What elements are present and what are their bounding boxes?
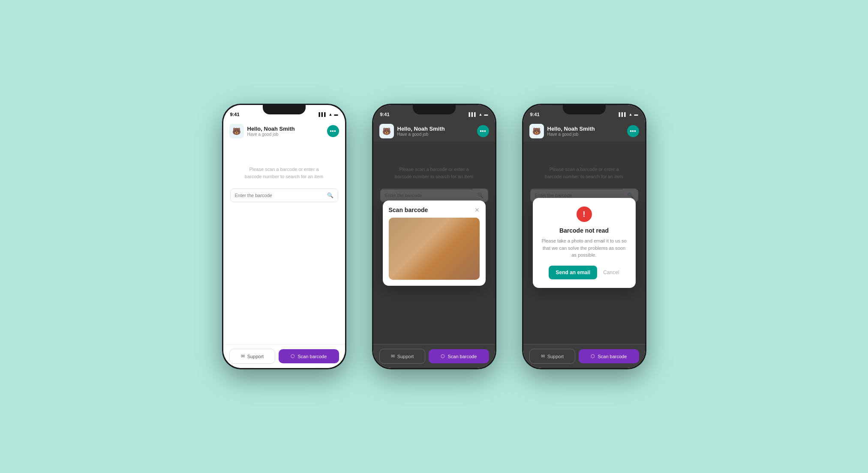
bottom-bar-1: ✉ Support ⬡ Scan barcode [223, 344, 345, 368]
signal-icon-3: ▌▌▌ [619, 112, 627, 117]
app-header-3: 🐻 Hello, Noah Smith Have a good job ••• [523, 120, 645, 142]
alert-modal: ! Barcode not read Please take a photo a… [533, 198, 636, 288]
header-name-2: Hello, Noah Smith [397, 126, 474, 132]
scan-label-2: Scan barcode [448, 354, 477, 359]
avatar-2: 🐻 [379, 124, 394, 138]
camera-view [389, 218, 480, 280]
barcode-input-1[interactable] [231, 189, 323, 201]
support-label-2: Support [397, 354, 414, 359]
phone-1: 9:41 ▌▌▌ ▲ ▬ 🐻 Hello, Noah Smith Have a … [222, 104, 346, 369]
header-sub-3: Have a good job [547, 132, 624, 137]
search-button-1[interactable]: 🔍 [323, 189, 338, 202]
modal-header: Scan barcode ✕ [389, 207, 480, 213]
app-header-2: 🐻 Hello, Noah Smith Have a good job ••• [373, 120, 495, 142]
signal-icon: ▌▌▌ [318, 112, 327, 117]
status-icons-3: ▌▌▌ ▲ ▬ [619, 112, 638, 117]
search-row-1: 🔍 [230, 189, 338, 202]
header-sub-2: Have a good job [397, 132, 474, 137]
app-content-1: Please scan a barcode or enter a barcode… [223, 142, 345, 344]
avatar-3: 🐻 [529, 124, 544, 138]
battery-icon-2: ▬ [484, 112, 488, 117]
cancel-button[interactable]: Cancel [603, 269, 619, 275]
mail-icon-3: ✉ [541, 353, 545, 359]
support-button-1[interactable]: ✉ Support [229, 349, 276, 364]
alert-modal-overlay: ! Barcode not read Please take a photo a… [523, 142, 645, 344]
alert-body: Please take a photo and email it to us s… [541, 237, 628, 259]
alert-icon: ! [577, 207, 592, 222]
status-icons-2: ▌▌▌ ▲ ▬ [469, 112, 488, 117]
send-email-button[interactable]: Send an email [549, 266, 597, 279]
battery-icon: ▬ [334, 112, 338, 117]
alert-actions: Send an email Cancel [541, 266, 628, 279]
status-icons: ▌▌▌ ▲ ▬ [318, 112, 338, 117]
app-content-3: Please scan a barcode or enter a barcode… [523, 142, 645, 344]
support-button-3[interactable]: ✉ Support [529, 349, 576, 364]
alert-title: Barcode not read [541, 227, 628, 234]
header-text-3: Hello, Noah Smith Have a good job [547, 126, 624, 137]
phone-3: 9:41 ▌▌▌ ▲ ▬ 🐻 Hello, Noah Smith Have a … [522, 104, 646, 369]
header-name-1: Hello, Noah Smith [247, 126, 324, 132]
camera-background [389, 218, 480, 280]
mail-icon-1: ✉ [241, 353, 245, 359]
scan-button-2[interactable]: ⬡ Scan barcode [429, 349, 489, 363]
scan-prompt-1: Please scan a barcode or enter a barcode… [241, 166, 327, 180]
header-text-2: Hello, Noah Smith Have a good job [397, 126, 474, 137]
header-sub-1: Have a good job [247, 132, 324, 137]
wifi-icon: ▲ [329, 112, 333, 117]
avatar-1: 🐻 [229, 124, 244, 138]
scan-label-3: Scan barcode [598, 354, 627, 359]
phone-2: 9:41 ▌▌▌ ▲ ▬ 🐻 Hello, Noah Smith Have a … [372, 104, 496, 369]
wifi-icon-2: ▲ [479, 112, 483, 117]
app-content-2: Please scan a barcode or enter a barcode… [373, 142, 495, 344]
scan-icon-2: ⬡ [441, 353, 445, 359]
app-header-1: 🐻 Hello, Noah Smith Have a good job ••• [223, 120, 345, 142]
exclamation-icon: ! [583, 210, 586, 219]
wifi-icon-3: ▲ [629, 112, 633, 117]
scan-label-1: Scan barcode [297, 354, 327, 359]
mail-icon-2: ✉ [391, 353, 395, 359]
support-label-1: Support [247, 354, 264, 359]
support-label-3: Support [547, 354, 564, 359]
notch-3 [563, 105, 606, 114]
status-time: 9:41 [230, 112, 240, 117]
notch [263, 105, 306, 114]
modal-title: Scan barcode [389, 207, 428, 213]
scan-button-3[interactable]: ⬡ Scan barcode [579, 349, 639, 363]
notch-2 [413, 105, 456, 114]
scan-icon-3: ⬡ [591, 353, 595, 359]
bottom-bar-2: ✉ Support ⬡ Scan barcode [373, 344, 495, 368]
status-time-2: 9:41 [380, 112, 390, 117]
scan-icon-1: ⬡ [291, 353, 295, 359]
scan-button-1[interactable]: ⬡ Scan barcode [279, 349, 339, 363]
menu-button-2[interactable]: ••• [477, 125, 489, 137]
scan-modal-overlay: Scan barcode ✕ [373, 142, 495, 344]
signal-icon-2: ▌▌▌ [469, 112, 477, 117]
bottom-bar-3: ✉ Support ⬡ Scan barcode [523, 344, 645, 368]
header-text-1: Hello, Noah Smith Have a good job [247, 126, 324, 137]
menu-button-1[interactable]: ••• [327, 125, 339, 137]
status-time-3: 9:41 [530, 112, 540, 117]
battery-icon-3: ▬ [634, 112, 638, 117]
menu-button-3[interactable]: ••• [627, 125, 639, 137]
support-button-2[interactable]: ✉ Support [379, 349, 426, 364]
scan-modal: Scan barcode ✕ [383, 201, 486, 286]
header-name-3: Hello, Noah Smith [547, 126, 624, 132]
modal-close-button[interactable]: ✕ [475, 207, 480, 213]
